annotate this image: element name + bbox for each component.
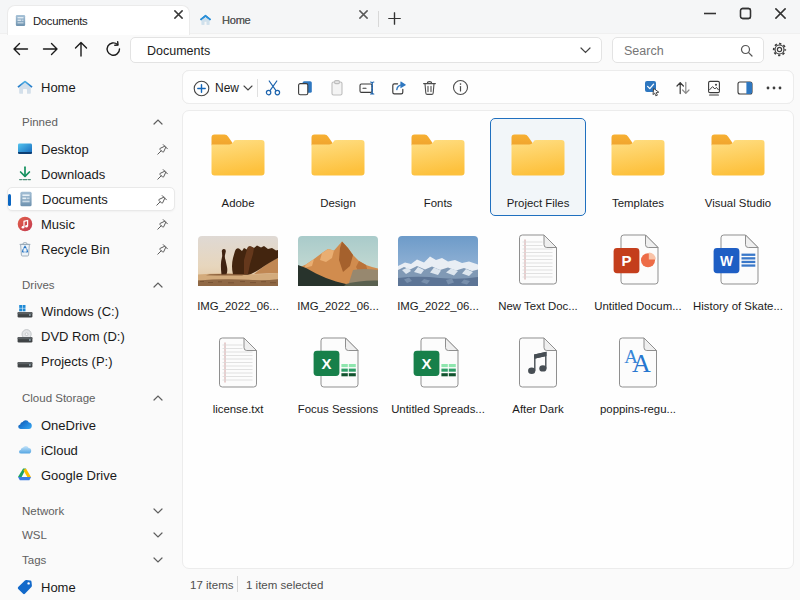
svg-text:X: X [421, 355, 431, 372]
svg-text:W: W [720, 254, 734, 269]
svg-text:X: X [321, 355, 331, 372]
svg-text:P: P [621, 252, 631, 269]
svg-text:A: A [632, 349, 651, 378]
